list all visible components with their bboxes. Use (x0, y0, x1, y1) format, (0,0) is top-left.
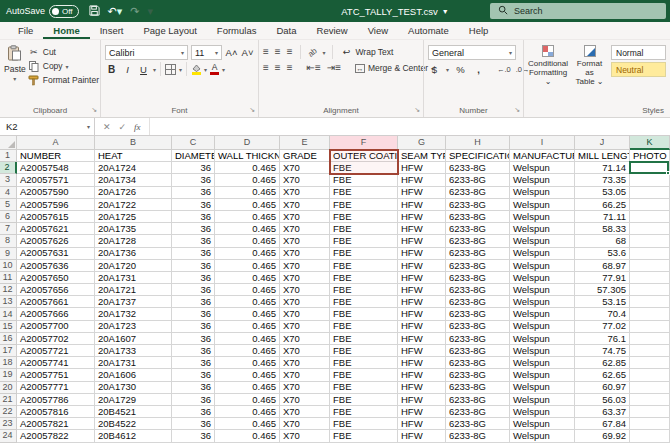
cell-D24[interactable]: 0.465 (215, 430, 280, 442)
cell-C13[interactable]: 36 (172, 296, 215, 308)
row-header-1[interactable]: 1 (0, 150, 17, 162)
cell-H23[interactable]: 6233-8G (446, 418, 510, 430)
borders-caret-icon[interactable]: ▾ (179, 66, 182, 73)
cell-H13[interactable]: 6233-8G (446, 296, 510, 308)
cell-J10[interactable]: 68.97 (575, 260, 630, 272)
grow-font-button[interactable]: A˄ (225, 46, 238, 60)
cell-E13[interactable]: X70 (280, 296, 330, 308)
cell-E12[interactable]: X70 (280, 284, 330, 296)
row-header-8[interactable]: 8 (0, 235, 17, 247)
shrink-font-button[interactable]: A˅ (241, 46, 254, 60)
cell-C7[interactable]: 36 (172, 223, 215, 235)
column-header-e[interactable]: E (280, 136, 330, 150)
column-header-k[interactable]: K (630, 136, 670, 150)
row-header-24[interactable]: 24 (0, 430, 17, 442)
cell-K13[interactable] (630, 296, 670, 308)
cell-C5[interactable]: 36 (172, 199, 215, 211)
row-header-19[interactable]: 19 (0, 369, 17, 381)
font-color-button[interactable]: A (210, 63, 219, 75)
row-header-6[interactable]: 6 (0, 211, 17, 223)
cell-F2[interactable]: FBE (330, 162, 398, 174)
cell-H5[interactable]: 6233-8G (446, 199, 510, 211)
cell-F24[interactable]: FBE (330, 430, 398, 442)
cell-H12[interactable]: 6233-8G (446, 284, 510, 296)
cell-G18[interactable]: HFW (398, 357, 446, 369)
cell-B17[interactable]: 20A1733 (95, 345, 172, 357)
cell-H3[interactable]: 6233-8G (446, 174, 510, 186)
cell-G14[interactable]: HFW (398, 308, 446, 320)
cell-C8[interactable]: 36 (172, 235, 215, 247)
cell-A20[interactable]: A20057771 (17, 382, 95, 394)
tab-help[interactable]: Help (459, 23, 499, 39)
cell-G12[interactable]: HFW (398, 284, 446, 296)
name-box[interactable]: K2▾ (0, 118, 95, 135)
format-as-table-button[interactable]: Format asTable ⌄ (574, 43, 605, 87)
clipboard-dialog-launcher-icon[interactable]: ↘ (91, 106, 97, 114)
cell-G13[interactable]: HFW (398, 296, 446, 308)
cell-B7[interactable]: 20A1735 (95, 223, 172, 235)
cell-H22[interactable]: 6233-8G (446, 406, 510, 418)
increase-decimal-icon[interactable]: ←.0 (497, 65, 511, 74)
cell-A4[interactable]: A20057590 (17, 187, 95, 199)
cell-I18[interactable]: Welspun (510, 357, 575, 369)
cell-C11[interactable]: 36 (172, 272, 215, 284)
cell-B13[interactable]: 20A1737 (95, 296, 172, 308)
cell-E24[interactable]: X70 (280, 430, 330, 442)
row-header-22[interactable]: 22 (0, 406, 17, 418)
column-header-a[interactable]: A (17, 136, 95, 150)
tab-file[interactable]: File (8, 23, 43, 39)
cell-B19[interactable]: 20A1606 (95, 369, 172, 381)
cell-C9[interactable]: 36 (172, 248, 215, 260)
tab-formulas[interactable]: Formulas (207, 23, 267, 39)
cell-H16[interactable]: 6233-8G (446, 333, 510, 345)
cell-H10[interactable]: 6233-8G (446, 260, 510, 272)
cell-D1[interactable]: WALL THICKNESS (215, 150, 280, 162)
cell-B16[interactable]: 20A1607 (95, 333, 172, 345)
number-format-combo[interactable]: General▾ (428, 45, 516, 60)
wrap-text-button[interactable]: ↩Wrap Text (340, 46, 393, 58)
cell-D3[interactable]: 0.465 (215, 174, 280, 186)
cell-I11[interactable]: Welspun (510, 272, 575, 284)
cancel-icon[interactable]: ✕ (103, 122, 111, 132)
paste-caret-icon[interactable]: ▾ (13, 75, 16, 82)
font-family-combo[interactable]: Calibri▾ (105, 45, 188, 60)
cell-C10[interactable]: 36 (172, 260, 215, 272)
cell-G16[interactable]: HFW (398, 333, 446, 345)
row-header-11[interactable]: 11 (0, 272, 17, 284)
percent-format-button[interactable]: % (454, 62, 467, 76)
cell-D2[interactable]: 0.465 (215, 162, 280, 174)
cell-D12[interactable]: 0.465 (215, 284, 280, 296)
cell-C19[interactable]: 36 (172, 369, 215, 381)
autosave-switch[interactable]: Off (49, 5, 79, 18)
cell-E9[interactable]: X70 (280, 248, 330, 260)
cell-F8[interactable]: FBE (330, 235, 398, 247)
cell-A16[interactable]: A20057702 (17, 333, 95, 345)
cell-E19[interactable]: X70 (280, 369, 330, 381)
cell-J15[interactable]: 77.02 (575, 321, 630, 333)
cell-C21[interactable]: 36 (172, 394, 215, 406)
cell-G23[interactable]: HFW (398, 418, 446, 430)
cell-G15[interactable]: HFW (398, 321, 446, 333)
cell-B22[interactable]: 20B4521 (95, 406, 172, 418)
cell-A17[interactable]: A20057721 (17, 345, 95, 357)
cell-G24[interactable]: HFW (398, 430, 446, 442)
cell-I15[interactable]: Welspun (510, 321, 575, 333)
cell-E18[interactable]: X70 (280, 357, 330, 369)
cell-A13[interactable]: A20057661 (17, 296, 95, 308)
cell-H21[interactable]: 6233-8G (446, 394, 510, 406)
cell-B1[interactable]: HEAT (95, 150, 172, 162)
cell-F19[interactable]: FBE (330, 369, 398, 381)
fill-caret-icon[interactable]: ▾ (204, 66, 207, 73)
cell-D11[interactable]: 0.465 (215, 272, 280, 284)
cell-F9[interactable]: FBE (330, 248, 398, 260)
cell-C3[interactable]: 36 (172, 174, 215, 186)
cell-B24[interactable]: 20B4612 (95, 430, 172, 442)
cell-K11[interactable] (630, 272, 670, 284)
cell-D13[interactable]: 0.465 (215, 296, 280, 308)
cell-A1[interactable]: NUMBER (17, 150, 95, 162)
alignment-dialog-launcher-icon[interactable]: ↘ (414, 106, 420, 114)
font-color-caret-icon[interactable]: ▾ (222, 66, 225, 73)
cell-A23[interactable]: A20057821 (17, 418, 95, 430)
cell-G9[interactable]: HFW (398, 248, 446, 260)
name-box-caret-icon[interactable]: ▾ (87, 123, 90, 130)
